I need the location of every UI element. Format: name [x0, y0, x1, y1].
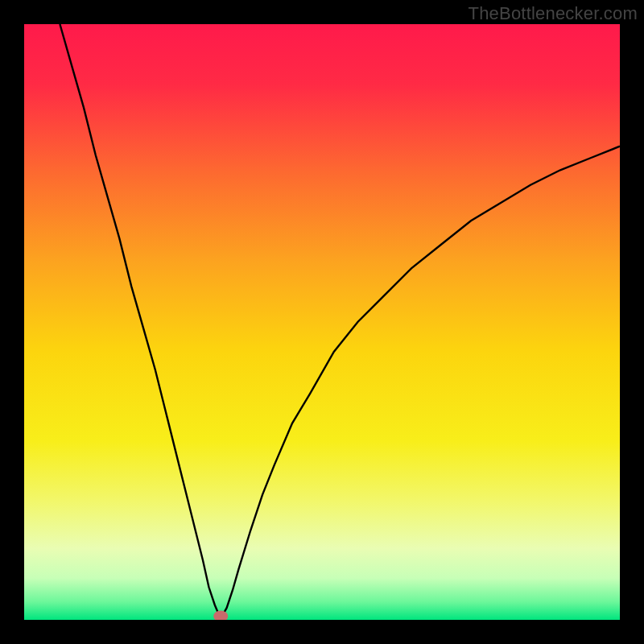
chart-frame — [24, 24, 620, 620]
watermark-text: TheBottlenecker.com — [469, 3, 638, 24]
bottleneck-chart — [24, 24, 620, 620]
gradient-background — [24, 24, 620, 620]
